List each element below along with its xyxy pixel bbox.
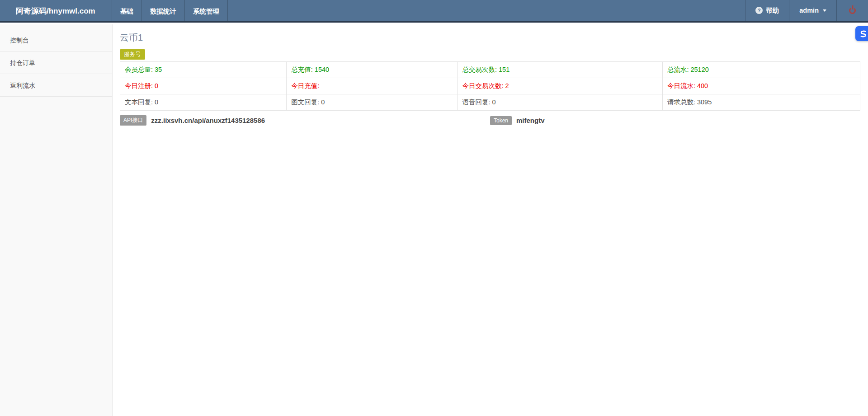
main-content: 云币1 服务号 会员总量: 35 总充值: 1540 总交易次数: 151 总流…: [113, 23, 868, 126]
stat-flow-total: 总流水: 25120: [662, 62, 860, 78]
token-label-badge: Token: [490, 116, 512, 125]
stat-members-total: 会员总量: 35: [120, 62, 287, 78]
sidebar: 控制台 持仓订单 返利流水: [0, 24, 113, 416]
stat-register-today: 今日注册: 0: [120, 78, 287, 94]
sidebar-item-console[interactable]: 控制台: [0, 29, 112, 51]
logout-button[interactable]: [836, 0, 868, 21]
nav-tab-statistics[interactable]: 数据统计: [142, 0, 184, 21]
navbar-right: ? 帮助 admin: [745, 0, 868, 21]
stat-trades-total: 总交易次数: 151: [458, 62, 662, 78]
api-endpoint-url: zzz.iixsvh.cn/api/anuxzf1435128586: [151, 117, 265, 124]
top-navbar: 阿奇源码/hnymwl.com 基础 数据统计 系统管理 ? 帮助 admin: [0, 0, 868, 23]
sidebar-item-position-orders[interactable]: 持仓订单: [0, 51, 112, 74]
help-menu[interactable]: ? 帮助: [745, 0, 789, 21]
stat-image-reply: 图文回复: 0: [287, 94, 458, 111]
stat-recharge-today: 今日充值:: [287, 78, 458, 94]
token-value: mifengtv: [516, 117, 545, 124]
stat-text-reply: 文本回复: 0: [120, 94, 287, 111]
stat-recharge-total: 总充值: 1540: [287, 62, 458, 78]
nav-tab-system[interactable]: 系统管理: [184, 0, 228, 21]
help-label: 帮助: [766, 0, 779, 22]
api-endpoint-group: API接口 zzz.iixsvh.cn/api/anuxzf1435128586: [120, 115, 490, 126]
stat-trades-today: 今日交易次数: 2: [458, 78, 662, 94]
page-title: 云币1: [120, 32, 860, 44]
navbar-spacer: [228, 0, 745, 21]
brand-title: 阿奇源码/hnymwl.com: [0, 0, 112, 21]
caret-down-icon: [823, 9, 826, 12]
stat-voice-reply: 语音回复: 0: [458, 94, 662, 111]
stat-flow-today: 今日流水: 400: [662, 78, 860, 94]
token-group: Token mifengtv: [490, 116, 545, 125]
s-logo-icon: [858, 29, 868, 39]
nav-tab-basic[interactable]: 基础: [112, 0, 142, 21]
user-dropdown[interactable]: admin: [789, 0, 836, 21]
table-row-today: 今日注册: 0 今日充值: 今日交易次数: 2 今日流水: 400: [120, 78, 860, 94]
extension-float-button[interactable]: [855, 26, 868, 41]
power-icon: [849, 7, 856, 14]
user-label: admin: [799, 0, 819, 22]
sidebar-item-rebate-flow[interactable]: 返利流水: [0, 74, 112, 97]
api-label-badge: API接口: [120, 115, 146, 126]
stats-table: 会员总量: 35 总充值: 1540 总交易次数: 151 总流水: 25120…: [120, 61, 860, 111]
table-row-totals: 会员总量: 35 总充值: 1540 总交易次数: 151 总流水: 25120: [120, 62, 860, 78]
question-circle-icon: ?: [755, 7, 763, 14]
api-info-row: API接口 zzz.iixsvh.cn/api/anuxzf1435128586…: [120, 115, 860, 126]
account-type-badge: 服务号: [120, 49, 145, 60]
navbar-menu: 基础 数据统计 系统管理: [112, 0, 228, 21]
table-row-replies: 文本回复: 0 图文回复: 0 语音回复: 0 请求总数: 3095: [120, 94, 860, 111]
stat-requests-total: 请求总数: 3095: [662, 94, 860, 111]
